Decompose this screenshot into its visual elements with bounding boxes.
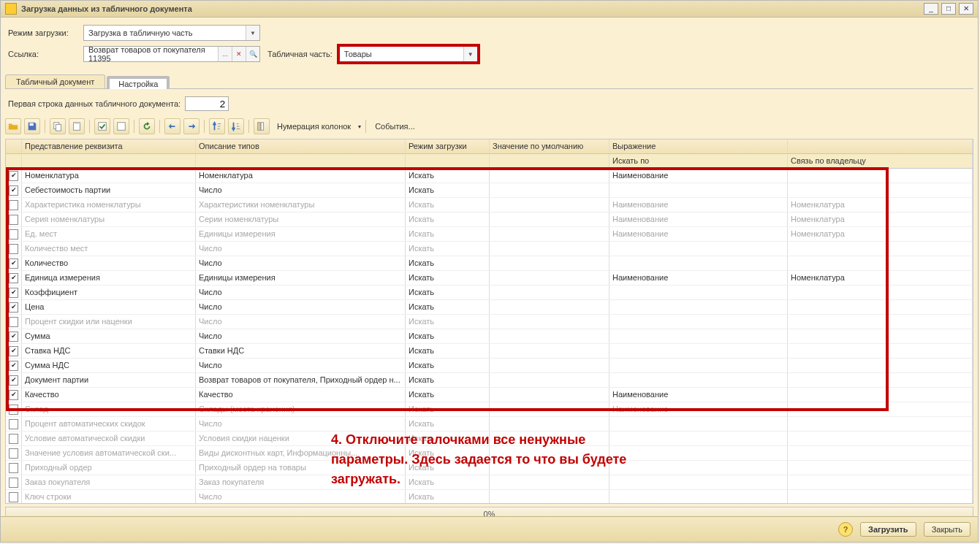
row-owner [788, 432, 973, 445]
table-row[interactable]: Единица измеренияЕдиницы измеренияИскать… [6, 271, 973, 286]
sort-asc-icon[interactable] [209, 118, 225, 134]
table-row[interactable]: Ставка НДССтавки НДСИскать [6, 344, 973, 359]
table-row[interactable]: Заказ покупателяЗаказ покупателяИскать [6, 475, 973, 490]
row-owner [788, 169, 973, 183]
row-type: Виды дисконтных карт, Информационны... [196, 446, 406, 460]
undo-icon[interactable] [164, 118, 181, 134]
chevron-down-icon[interactable]: ▼ [246, 26, 259, 40]
row-checkbox[interactable] [6, 227, 22, 241]
row-checkbox[interactable] [6, 475, 22, 489]
table-row[interactable]: НоменклатураНоменклатураИскатьНаименован… [6, 169, 973, 183]
row-checkbox[interactable] [6, 286, 22, 299]
col-header-check[interactable] [6, 139, 22, 153]
close-window-button[interactable]: ✕ [959, 3, 973, 15]
table-row[interactable]: Процент автоматических скидокЧислоИскать [6, 417, 973, 432]
table-row[interactable]: Количество местЧислоИскать [6, 242, 973, 256]
row-expression: Наименование [609, 271, 788, 285]
row-checkbox[interactable] [6, 315, 22, 329]
check-all-icon[interactable] [94, 118, 110, 134]
row-checkbox[interactable] [6, 212, 22, 226]
ellipsis-icon[interactable]: ... [218, 47, 232, 61]
row-checkbox[interactable] [6, 183, 22, 197]
table-row[interactable]: Серия номенклатурыСерии номенклатурыИска… [6, 212, 973, 227]
svg-rect-5 [99, 123, 107, 131]
close-button[interactable]: Закрыть [924, 522, 970, 537]
row-checkbox[interactable] [6, 461, 22, 475]
row-checkbox[interactable] [6, 490, 22, 503]
events-menu[interactable]: События... [371, 122, 419, 131]
row-type: Число [196, 359, 406, 372]
svg-rect-4 [75, 122, 78, 124]
table-row[interactable]: Характеристика номенклатурыХарактеристик… [6, 198, 973, 212]
col-header-owner[interactable] [788, 139, 973, 153]
redo-icon[interactable] [183, 118, 200, 134]
table-row[interactable]: Процент скидки или наценкиЧислоИскать [6, 315, 973, 329]
table-row[interactable]: СуммаЧислоИскать [6, 329, 973, 344]
table-row[interactable]: Себестоимость партииЧислоИскать [6, 183, 973, 198]
maximize-button[interactable]: □ [941, 3, 956, 15]
row-checkbox[interactable] [6, 271, 22, 285]
grid-body[interactable]: НоменклатураНоменклатураИскатьНаименован… [6, 169, 973, 503]
copy-icon[interactable] [50, 118, 66, 134]
row-expression [609, 461, 788, 475]
row-checkbox[interactable] [6, 432, 22, 445]
table-row[interactable]: СкладСклады (места хранения)ИскатьНаимен… [6, 402, 973, 417]
row-mode: Искать [406, 417, 490, 431]
help-icon[interactable]: ? [838, 522, 853, 537]
row-checkbox[interactable] [6, 329, 22, 343]
row-checkbox[interactable] [6, 300, 22, 314]
first-row-input[interactable] [185, 96, 229, 111]
refresh-icon[interactable] [139, 118, 155, 134]
link-select[interactable]: Возврат товаров от покупателя 11395 ... … [83, 46, 260, 62]
row-checkbox[interactable] [6, 359, 22, 372]
separator [89, 120, 90, 133]
table-row[interactable]: Приходный ордерПриходный ордер на товары… [6, 461, 973, 475]
col-header-default[interactable]: Значение по умолчанию [490, 139, 609, 153]
row-expression [609, 286, 788, 299]
load-button[interactable]: Загрузить [860, 522, 916, 537]
table-row[interactable]: ЦенаЧислоИскать [6, 300, 973, 315]
numbering-menu[interactable]: Нумерация колонок [273, 122, 355, 131]
row-checkbox[interactable] [6, 417, 22, 431]
clipboard-icon[interactable] [69, 118, 85, 134]
row-name: Заказ покупателя [22, 475, 196, 489]
sort-desc-icon[interactable] [228, 118, 244, 134]
load-mode-select[interactable]: Загрузка в табличную часть ▼ [83, 25, 260, 41]
tab-part-select[interactable]: Товары ▼ [337, 44, 480, 64]
table-row[interactable]: КачествоКачествоИскатьНаименование [6, 388, 973, 402]
open-file-icon[interactable] [5, 118, 21, 134]
minimize-button[interactable]: _ [924, 3, 938, 15]
row-checkbox[interactable] [6, 242, 22, 256]
table-row[interactable]: Ключ строкиЧислоИскать [6, 490, 973, 503]
row-checkbox[interactable] [6, 373, 22, 387]
table-row[interactable]: Документ партииВозврат товаров от покупа… [6, 373, 973, 388]
save-icon[interactable] [24, 118, 40, 134]
row-checkbox[interactable] [6, 446, 22, 460]
open-icon[interactable]: 🔍 [246, 47, 259, 61]
clear-icon[interactable]: ✕ [232, 47, 246, 61]
row-name: Ключ строки [22, 490, 196, 503]
col-header-name[interactable]: Представление реквизита [22, 139, 196, 153]
table-row[interactable]: Условие автоматической скидкиУсловия ски… [6, 432, 973, 446]
row-checkbox[interactable] [6, 256, 22, 270]
table-row[interactable]: Ед. местЕдиницы измеренияИскатьНаименова… [6, 227, 973, 242]
table-row[interactable]: КоличествоЧислоИскать [6, 256, 973, 271]
row-checkbox[interactable] [6, 198, 22, 212]
col-header-mode[interactable]: Режим загрузки [406, 139, 490, 153]
chevron-down-icon[interactable]: ▼ [463, 47, 477, 61]
table-row[interactable]: КоэффициентЧислоИскать [6, 286, 973, 300]
table-row[interactable]: Сумма НДСЧислоИскать [6, 359, 973, 373]
uncheck-all-icon[interactable] [113, 118, 129, 134]
grid-header: Представление реквизита Описание типов Р… [6, 139, 973, 154]
tab-settings[interactable]: Настройка [107, 76, 170, 89]
table-row[interactable]: Значение условия автоматической ски...Ви… [6, 446, 973, 461]
col-header-type[interactable]: Описание типов [196, 139, 406, 153]
row-checkbox[interactable] [6, 402, 22, 416]
row-checkbox[interactable] [6, 388, 22, 402]
row-checkbox[interactable] [6, 169, 22, 183]
row-owner [788, 461, 973, 475]
row-checkbox[interactable] [6, 344, 22, 358]
tab-document[interactable]: Табличный документ [5, 74, 105, 88]
col-header-expression[interactable]: Выражение [609, 139, 788, 153]
column-icon[interactable] [254, 118, 270, 134]
